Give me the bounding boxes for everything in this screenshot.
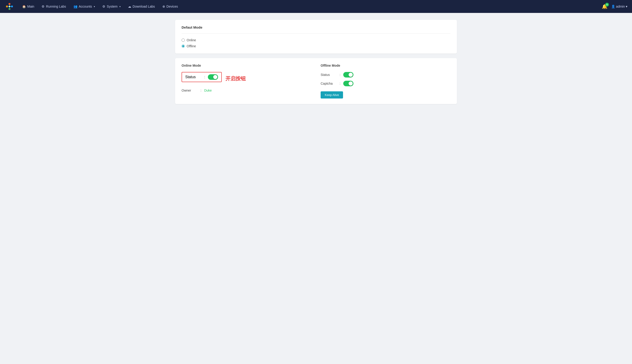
main-content: Defaut Mode Online Offline Online Mode S… xyxy=(166,13,466,116)
online-annotation: 开启按钮 xyxy=(226,75,246,82)
online-owner-label: Owner xyxy=(181,88,198,92)
logo xyxy=(5,2,14,11)
online-owner-value: Duke xyxy=(204,88,212,92)
radio-offline-label: Offline xyxy=(187,44,196,48)
system-icon: ⚙ xyxy=(102,4,105,8)
svg-point-7 xyxy=(9,6,10,7)
online-status-label: Status xyxy=(185,75,201,79)
offline-captcha-slider xyxy=(343,81,353,86)
default-mode-card: Defaut Mode Online Offline xyxy=(175,20,457,54)
nav-running-labs[interactable]: ⚙ Running Labs xyxy=(38,3,69,10)
mode-card: Online Mode Status : 开启按钮 Owner : xyxy=(175,58,457,104)
accounts-caret-icon: ▾ xyxy=(94,5,95,8)
online-status-colon: : xyxy=(204,75,205,79)
offline-status-row: Status : xyxy=(321,72,451,78)
online-owner-row: Owner : Duke xyxy=(181,88,311,92)
user-caret-icon: ▾ xyxy=(626,4,627,8)
navbar: Main ⚙ Running Labs 👥 Accounts ▾ ⚙ Syste… xyxy=(0,0,632,13)
system-caret-icon: ▾ xyxy=(119,5,121,8)
divider xyxy=(181,34,451,34)
svg-point-3 xyxy=(9,3,11,5)
running-icon: ⚙ xyxy=(42,4,45,8)
devices-icon: ⊕ xyxy=(162,4,165,8)
nav-accounts[interactable]: 👥 Accounts ▾ xyxy=(70,3,98,10)
radio-offline-input[interactable] xyxy=(181,44,185,48)
nav-items: Main ⚙ Running Labs 👥 Accounts ▾ ⚙ Syste… xyxy=(19,3,602,10)
online-status-row: Status : 开启按钮 xyxy=(181,72,311,85)
radio-online-input[interactable] xyxy=(181,38,185,42)
svg-point-5 xyxy=(6,6,8,8)
online-status-slider xyxy=(208,74,218,80)
radio-online-label: Online xyxy=(187,38,196,42)
accounts-icon: 👥 xyxy=(73,4,77,8)
offline-captcha-toggle[interactable] xyxy=(343,81,353,86)
keep-alive-button[interactable]: Keep Alive xyxy=(321,91,343,98)
user-icon: 👤 xyxy=(611,4,615,8)
download-icon: ☁ xyxy=(128,4,131,8)
nav-main[interactable]: Main xyxy=(19,3,38,10)
online-mode-section: Online Mode Status : 开启按钮 Owner : xyxy=(181,64,311,98)
mode-columns: Online Mode Status : 开启按钮 Owner : xyxy=(181,64,451,98)
nav-right: 🔔 0 👤 admin ▾ xyxy=(602,4,627,9)
default-mode-options: Online Offline xyxy=(181,38,451,48)
online-owner-colon: : xyxy=(200,88,201,92)
radio-online[interactable]: Online xyxy=(181,38,451,42)
svg-point-4 xyxy=(9,8,11,10)
offline-status-colon: : xyxy=(340,73,340,76)
bell-badge: 0 xyxy=(605,3,609,6)
offline-mode-section: Offline Mode Status : Captcha : xyxy=(321,64,451,98)
offline-mode-title: Offline Mode xyxy=(321,64,451,67)
offline-status-toggle[interactable] xyxy=(343,72,353,78)
offline-status-slider xyxy=(343,72,353,78)
offline-captcha-colon: : xyxy=(340,82,340,85)
offline-captcha-row: Captcha : xyxy=(321,81,451,86)
nav-download-labs[interactable]: ☁ Download Labs xyxy=(125,3,158,10)
radio-offline[interactable]: Offline xyxy=(181,44,451,48)
online-status-box: Status : xyxy=(181,72,222,82)
user-menu[interactable]: 👤 admin ▾ xyxy=(611,4,627,8)
default-mode-title: Defaut Mode xyxy=(181,25,451,29)
online-status-toggle[interactable] xyxy=(208,74,218,80)
bell-button[interactable]: 🔔 0 xyxy=(602,4,607,9)
nav-devices[interactable]: ⊕ Devices xyxy=(159,3,181,10)
home-icon xyxy=(22,4,26,8)
svg-point-6 xyxy=(11,6,13,8)
offline-captcha-label: Captcha xyxy=(321,82,337,85)
nav-system[interactable]: ⚙ System ▾ xyxy=(99,3,124,10)
offline-status-label: Status xyxy=(321,73,337,76)
online-mode-title: Online Mode xyxy=(181,64,311,67)
